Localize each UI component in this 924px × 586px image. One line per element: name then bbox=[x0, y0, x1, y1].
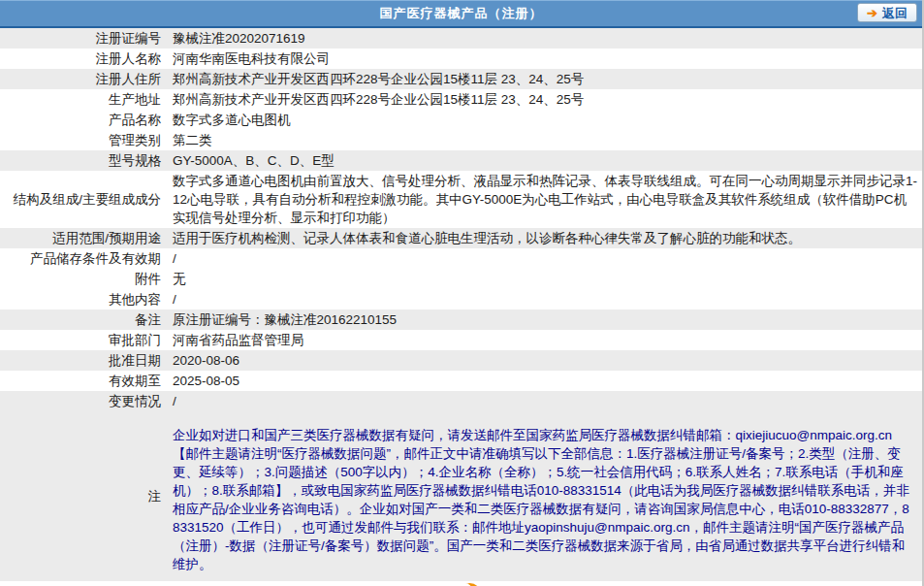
field-value: 无 bbox=[167, 269, 924, 289]
field-label: 产品储存条件及有效期 bbox=[0, 248, 167, 269]
footer: 返回 bbox=[0, 581, 922, 586]
arrow-right-icon: ➔ bbox=[867, 7, 877, 19]
field-value: 数字式多道心电图机 bbox=[167, 110, 924, 130]
table-row: 型号规格GY-5000A、B、C、D、E型 bbox=[0, 150, 924, 171]
table-row: 结构及组成/主要组成成分数字式多通道心电图机由前置放大、信号处理分析、液晶显示和… bbox=[0, 171, 924, 228]
field-label: 注册人住所 bbox=[0, 69, 167, 89]
table-row: 产品名称数字式多道心电图机 bbox=[0, 110, 924, 130]
field-label: 产品名称 bbox=[0, 110, 167, 130]
table-row: 生产地址郑州高新技术产业开发区西四环228号企业公园15楼11层 23、24、2… bbox=[0, 89, 924, 110]
field-label: 型号规格 bbox=[0, 150, 167, 171]
back-button-top[interactable]: ➔ 返回 bbox=[857, 3, 917, 22]
field-value: 郑州高新技术产业开发区西四环228号企业公园15楼11层 23、24、25号 bbox=[167, 89, 924, 110]
note-row: 注企业如对进口和国产三类医疗器械数据有疑问，请发送邮件至国家药监局医疗器械数据纠… bbox=[0, 411, 924, 581]
field-value: 原注册证编号：豫械注准20162210155 bbox=[167, 309, 924, 330]
table-row: 产品储存条件及有效期/ bbox=[0, 248, 924, 269]
back-button-top-label: 返回 bbox=[882, 7, 908, 19]
header-bar: 国产医疗器械产品（注册） ➔ 返回 bbox=[0, 0, 922, 28]
table-row: 注册人住所郑州高新技术产业开发区西四环228号企业公园15楼11层 23、24、… bbox=[0, 69, 924, 89]
field-value: 数字式多通道心电图机由前置放大、信号处理分析、液晶显示和热阵记录、体表导联线组成… bbox=[167, 171, 924, 228]
field-label: 批准日期 bbox=[0, 350, 167, 371]
note-label: 注 bbox=[0, 411, 167, 581]
table-row: 注册证编号豫械注准20202071619 bbox=[0, 28, 924, 49]
field-value: / bbox=[167, 248, 924, 269]
field-label: 注册证编号 bbox=[0, 28, 167, 49]
field-value: 适用于医疗机构检测、记录人体体表和食道心脏电生理活动，以诊断各种心律失常及了解心… bbox=[167, 228, 924, 248]
field-value: 河南华南医电科技有限公司 bbox=[167, 49, 924, 69]
field-value: 2025-08-05 bbox=[167, 371, 924, 391]
field-label: 备注 bbox=[0, 309, 167, 330]
field-label: 注册人名称 bbox=[0, 49, 167, 69]
info-table-body: 注册证编号豫械注准20202071619注册人名称河南华南医电科技有限公司注册人… bbox=[0, 28, 924, 581]
field-label: 管理类别 bbox=[0, 130, 167, 150]
table-row: 备注原注册证编号：豫械注准20162210155 bbox=[0, 309, 924, 330]
table-row: 有效期至2025-08-05 bbox=[0, 371, 924, 391]
field-label: 有效期至 bbox=[0, 371, 167, 391]
field-label: 变更情况 bbox=[0, 391, 167, 411]
table-row: 注册人名称河南华南医电科技有限公司 bbox=[0, 49, 924, 69]
field-label: 适用范围/预期用途 bbox=[0, 228, 167, 248]
field-label: 附件 bbox=[0, 269, 167, 289]
table-row: 审批部门河南省药品监督管理局 bbox=[0, 330, 924, 350]
field-value: 河南省药品监督管理局 bbox=[167, 330, 924, 350]
table-row: 其他内容/ bbox=[0, 289, 924, 309]
field-label: 其他内容 bbox=[0, 289, 167, 309]
field-value: 第二类 bbox=[167, 130, 924, 150]
field-value: 豫械注准20202071619 bbox=[167, 28, 924, 49]
table-row: 适用范围/预期用途适用于医疗机构检测、记录人体体表和食道心脏电生理活动，以诊断各… bbox=[0, 228, 924, 248]
field-value: / bbox=[167, 391, 924, 411]
field-value: 郑州高新技术产业开发区西四环228号企业公园15楼11层 23、24、25号 bbox=[167, 69, 924, 89]
page-title: 国产医疗器械产品（注册） bbox=[0, 1, 922, 25]
note-text: 企业如对进口和国产三类医疗器械数据有疑问，请发送邮件至国家药监局医疗器械数据纠错… bbox=[167, 411, 924, 581]
field-value: / bbox=[167, 289, 924, 309]
field-value: GY-5000A、B、C、D、E型 bbox=[167, 150, 924, 171]
field-value: 2020-08-06 bbox=[167, 350, 924, 371]
field-label: 生产地址 bbox=[0, 89, 167, 110]
info-table: 注册证编号豫械注准20202071619注册人名称河南华南医电科技有限公司注册人… bbox=[0, 28, 924, 581]
table-row: 附件无 bbox=[0, 269, 924, 289]
table-row: 批准日期2020-08-06 bbox=[0, 350, 924, 371]
field-label: 审批部门 bbox=[0, 330, 167, 350]
table-row: 变更情况/ bbox=[0, 391, 924, 411]
table-row: 管理类别第二类 bbox=[0, 130, 924, 150]
field-label: 结构及组成/主要组成成分 bbox=[0, 171, 167, 228]
